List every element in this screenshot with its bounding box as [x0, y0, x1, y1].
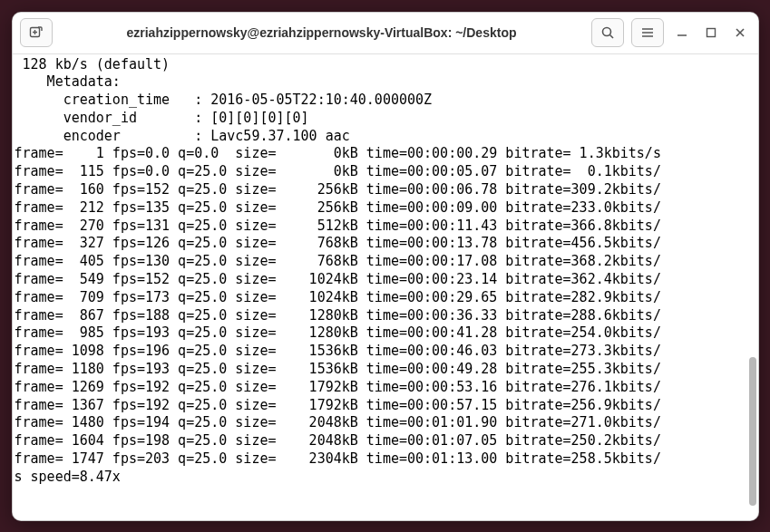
new-tab-icon [29, 25, 44, 40]
menu-button[interactable] [631, 18, 664, 47]
terminal-window: ezriahzippernowsky@ezriahzippernowsky-Vi… [12, 12, 759, 521]
search-icon [600, 25, 615, 40]
new-tab-button[interactable] [20, 18, 53, 47]
titlebar: ezriahzippernowsky@ezriahzippernowsky-Vi… [13, 13, 758, 54]
svg-rect-7 [707, 29, 715, 37]
window-controls [671, 22, 751, 44]
svg-point-1 [602, 28, 610, 36]
maximize-button[interactable] [700, 22, 722, 44]
terminal-output: 128 kb/s (default) Metadata: creation_ti… [15, 56, 661, 485]
terminal-content[interactable]: 128 kb/s (default) Metadata: creation_ti… [13, 54, 758, 520]
maximize-icon [706, 27, 716, 38]
minimize-button[interactable] [671, 22, 693, 44]
scrollbar-thumb[interactable] [749, 357, 756, 506]
scrollbar[interactable] [747, 54, 756, 520]
window-title: ezriahzippernowsky@ezriahzippernowsky-Vi… [60, 25, 584, 40]
close-button[interactable] [729, 22, 751, 44]
search-button[interactable] [591, 18, 624, 47]
svg-line-2 [609, 35, 613, 39]
close-icon [735, 27, 746, 38]
hamburger-icon [640, 25, 655, 40]
minimize-icon [677, 27, 687, 38]
